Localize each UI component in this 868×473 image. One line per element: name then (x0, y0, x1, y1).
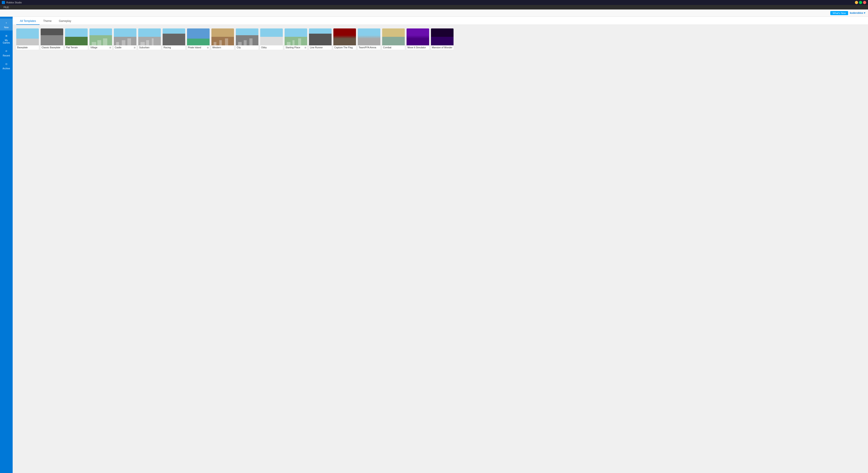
titlebar-left: Roblox Studio (2, 1, 22, 4)
tab-gameplay[interactable]: Gameplay (55, 18, 75, 25)
template-card-classic-baseplate[interactable]: Classic Baseplate (41, 28, 63, 50)
template-thumb-suburban (138, 28, 161, 45)
thumb-art-baseplate (16, 28, 39, 45)
thumb-art-city (236, 28, 258, 45)
template-card-team-ffa-arena[interactable]: Team/FFA Arena (358, 28, 380, 50)
thumb-art-starting-place (285, 28, 307, 45)
template-thumb-starting-place (285, 28, 307, 45)
thumb-art-western (211, 28, 234, 45)
template-name-line-runner: Line Runner (310, 46, 331, 49)
template-name-pirate-island: Pirate Island (188, 46, 207, 49)
template-card-capture-the-flag[interactable]: Capture The Flag (333, 28, 356, 50)
template-edit-icon-starting-place[interactable]: ⊞ (305, 46, 306, 49)
template-info-team-ffa-arena: Team/FFA Arena (358, 45, 380, 50)
template-info-city: City (236, 45, 258, 50)
template-thumb-line-runner (309, 28, 332, 45)
template-name-capture-the-flag: Capture The Flag (334, 46, 355, 49)
template-edit-icon-pirate-island[interactable]: ⊞ (207, 46, 209, 49)
my-games-icon: ⊞ (4, 33, 9, 38)
template-thumb-obby (260, 28, 283, 45)
template-name-obby: Obby (261, 46, 282, 49)
template-thumb-village (89, 28, 112, 45)
template-card-flat-terrain[interactable]: Flat Terrain (65, 28, 88, 50)
template-name-combat: Combat (383, 46, 404, 49)
sidebar-item-archive[interactable]: ⊡ Archive (0, 60, 13, 71)
template-card-line-runner[interactable]: Line Runner (309, 28, 332, 50)
archive-icon: ⊡ (4, 61, 9, 66)
sidebar-label-my-games: My Games (1, 39, 12, 44)
template-thumb-flat-terrain (65, 28, 88, 45)
minimize-button[interactable] (855, 1, 858, 4)
tabs-bar: All TemplatesThemeGameplay (13, 17, 868, 25)
sidebar-item-new[interactable]: + New (0, 19, 13, 30)
user-menu[interactable]: koderoblox ▾ (850, 11, 865, 14)
template-info-suburban: Suburban (138, 45, 161, 50)
template-card-city[interactable]: City (236, 28, 258, 50)
tab-all-templates[interactable]: All Templates (16, 18, 39, 25)
menubar: FILE (0, 5, 868, 9)
template-thumb-capture-the-flag (333, 28, 356, 45)
template-card-combat[interactable]: Combat (382, 28, 405, 50)
maximize-button[interactable] (859, 1, 862, 4)
template-card-move-it-simulator[interactable]: Move It Simulator (407, 28, 429, 50)
app-title: Roblox Studio (6, 1, 22, 4)
thumb-art-village (89, 28, 112, 45)
template-name-classic-baseplate: Classic Baseplate (41, 46, 62, 49)
template-area: BaseplateClassic BaseplateFlat TerrainVi… (13, 25, 868, 473)
template-info-starting-place: Starting Place⊞ (285, 45, 307, 50)
template-name-racing: Racing (163, 46, 184, 49)
template-card-village[interactable]: Village⊞ (89, 28, 112, 50)
template-edit-icon-village[interactable]: ⊞ (109, 46, 111, 49)
template-card-racing[interactable]: Racing (163, 28, 185, 50)
template-info-move-it-simulator: Move It Simulator (407, 45, 429, 50)
close-button[interactable] (863, 1, 866, 4)
sidebar-label-new: New (4, 26, 8, 29)
template-thumb-mansion-of-wonder (431, 28, 454, 45)
template-thumb-move-it-simulator (407, 28, 429, 45)
actionbar-right: What's New koderoblox ▾ (830, 11, 865, 15)
template-edit-icon-castle[interactable]: ⊞ (134, 46, 135, 49)
whats-new-button[interactable]: What's New (830, 11, 848, 15)
template-thumb-combat (382, 28, 405, 45)
template-card-suburban[interactable]: Suburban (138, 28, 161, 50)
template-info-racing: Racing (163, 45, 185, 50)
template-thumb-classic-baseplate (41, 28, 63, 45)
thumb-art-mansion-of-wonder (431, 28, 454, 45)
template-info-baseplate: Baseplate (16, 45, 39, 50)
template-grid: BaseplateClassic BaseplateFlat TerrainVi… (16, 28, 864, 50)
template-card-obby[interactable]: Obby (260, 28, 283, 50)
content-area: All TemplatesThemeGameplay BaseplateClas… (13, 17, 868, 473)
tab-theme[interactable]: Theme (39, 18, 55, 25)
template-card-mansion-of-wonder[interactable]: Mansion of Wonder (431, 28, 454, 50)
thumb-art-classic-baseplate (41, 28, 63, 45)
menu-file[interactable]: FILE (2, 6, 11, 8)
template-thumb-baseplate (16, 28, 39, 45)
sidebar-item-my-games[interactable]: ⊞ My Games (0, 31, 13, 46)
template-info-classic-baseplate: Classic Baseplate (41, 45, 63, 50)
thumb-art-combat (382, 28, 405, 45)
template-card-pirate-island[interactable]: Pirate Island⊞ (187, 28, 210, 50)
titlebar: Roblox Studio (0, 0, 868, 5)
titlebar-controls (855, 1, 866, 4)
template-name-village: Village (90, 46, 109, 49)
template-card-western[interactable]: Western (211, 28, 234, 50)
template-name-castle: Castle (115, 46, 133, 49)
recent-icon: ⟳ (4, 49, 9, 54)
template-name-suburban: Suburban (139, 46, 160, 49)
template-name-move-it-simulator: Move It Simulator (407, 46, 428, 49)
template-card-castle[interactable]: Castle⊞ (114, 28, 136, 50)
template-card-starting-place[interactable]: Starting Place⊞ (285, 28, 307, 50)
new-icon: + (4, 20, 9, 25)
template-info-combat: Combat (382, 45, 405, 50)
thumb-art-flat-terrain (65, 28, 88, 45)
sidebar-label-recent: Recent (3, 55, 10, 57)
template-name-team-ffa-arena: Team/FFA Arena (359, 46, 379, 49)
template-info-village: Village⊞ (89, 45, 112, 50)
thumb-art-pirate-island (187, 28, 210, 45)
template-card-baseplate[interactable]: Baseplate (16, 28, 39, 50)
thumb-art-suburban (138, 28, 161, 45)
sidebar-item-recent[interactable]: ⟳ Recent (0, 47, 13, 59)
sidebar: + New ⊞ My Games ⟳ Recent ⊡ Archive (0, 17, 13, 473)
template-info-castle: Castle⊞ (114, 45, 136, 50)
template-thumb-city (236, 28, 258, 45)
